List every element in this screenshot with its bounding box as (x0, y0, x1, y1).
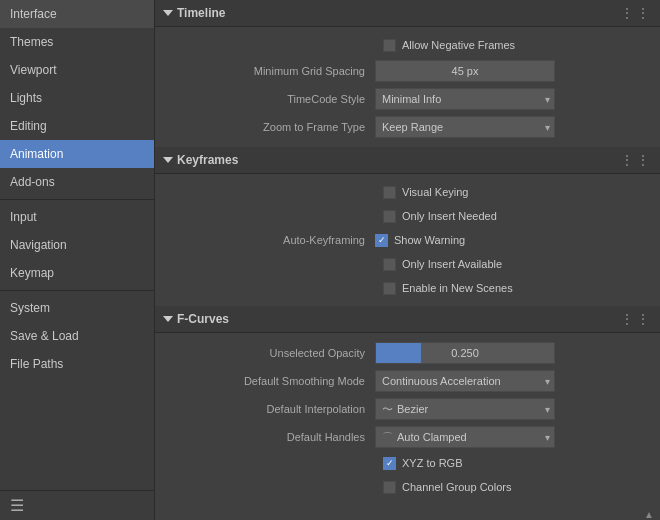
min-grid-spacing-row: Minimum Grid Spacing (155, 57, 660, 85)
keyframes-collapse-icon (163, 157, 173, 163)
main-content: Timeline ⋮⋮ Allow Negative Frames Minimu… (155, 0, 660, 520)
fcurves-section-dots: ⋮⋮ (620, 311, 652, 327)
sidebar-divider-1 (0, 199, 154, 200)
sidebar-item-navigation[interactable]: Navigation (0, 231, 154, 259)
enable-in-new-scenes-row: Enable in New Scenes (155, 276, 660, 300)
sidebar-item-input[interactable]: Input (0, 203, 154, 231)
show-warning-label: Show Warning (394, 234, 465, 246)
zoom-frame-type-label: Zoom to Frame Type (155, 121, 375, 133)
fcurves-section-label: F-Curves (177, 312, 229, 326)
hamburger-icon[interactable]: ☰ (10, 496, 24, 515)
fcurves-section-header[interactable]: F-Curves ⋮⋮ (155, 306, 660, 333)
only-insert-needed-checkbox[interactable] (383, 210, 396, 223)
sidebar-divider-2 (0, 290, 154, 291)
channel-group-colors-label: Channel Group Colors (402, 481, 511, 493)
default-handles-row: Default Handles ⌒ Auto Clamped (155, 423, 660, 451)
show-warning-checkbox[interactable] (375, 234, 388, 247)
keyframes-section-header[interactable]: Keyframes ⋮⋮ (155, 147, 660, 174)
sidebar-item-addons[interactable]: Add-ons (0, 168, 154, 196)
sidebar-item-lights[interactable]: Lights (0, 84, 154, 112)
zoom-frame-type-row: Zoom to Frame Type Keep Range Fit Visibl… (155, 113, 660, 141)
sidebar-item-keymap[interactable]: Keymap (0, 259, 154, 287)
unselected-opacity-label: Unselected Opacity (155, 347, 375, 359)
channel-group-colors-checkbox[interactable] (383, 481, 396, 494)
allow-negative-frames-checkbox[interactable] (383, 39, 396, 52)
scroll-up-arrow[interactable]: ▲ (644, 509, 654, 520)
visual-keying-row: Visual Keying (155, 180, 660, 204)
keyframes-settings: Visual Keying Only Insert Needed Auto-Ke… (155, 174, 660, 306)
fcurves-collapse-icon (163, 316, 173, 322)
sidebar-item-save-load[interactable]: Save & Load (0, 322, 154, 350)
channel-group-colors-row: Channel Group Colors (155, 475, 660, 499)
bezier-icon: 〜 (382, 402, 393, 417)
xyz-to-rgb-label: XYZ to RGB (402, 457, 463, 469)
default-interpolation-label: Default Interpolation (155, 403, 375, 415)
default-handles-label: Default Handles (155, 431, 375, 443)
visual-keying-checkbox[interactable] (383, 186, 396, 199)
sidebar-item-file-paths[interactable]: File Paths (0, 350, 154, 378)
allow-negative-frames-label: Allow Negative Frames (402, 39, 515, 51)
timeline-section-header[interactable]: Timeline ⋮⋮ (155, 0, 660, 27)
keyframes-section-dots: ⋮⋮ (620, 152, 652, 168)
only-insert-available-label: Only Insert Available (402, 258, 502, 270)
timecode-style-wrapper: Minimal Info SMPTE Compact Seconds (375, 88, 555, 110)
zoom-frame-type-wrapper: Keep Range Fit Visible Reset (375, 116, 555, 138)
default-smoothing-label: Default Smoothing Mode (155, 375, 375, 387)
default-handles-wrapper: ⌒ Auto Clamped (375, 426, 555, 448)
timeline-section-dots: ⋮⋮ (620, 5, 652, 21)
unselected-opacity-field[interactable]: 0.250 (375, 342, 555, 364)
zoom-frame-type-select[interactable]: Keep Range Fit Visible Reset (375, 116, 555, 138)
xyz-to-rgb-row: XYZ to RGB (155, 451, 660, 475)
default-smoothing-row: Default Smoothing Mode Continuous Accele… (155, 367, 660, 395)
min-grid-spacing-label: Minimum Grid Spacing (155, 65, 375, 77)
default-interpolation-select[interactable]: 〜 Bezier (375, 398, 555, 420)
sidebar-item-animation[interactable]: Animation (0, 140, 154, 168)
timecode-style-select[interactable]: Minimal Info SMPTE Compact Seconds (375, 88, 555, 110)
fcurves-settings: Unselected Opacity 0.250 Default Smoothi… (155, 333, 660, 505)
only-insert-available-checkbox[interactable] (383, 258, 396, 271)
allow-negative-frames-row: Allow Negative Frames (155, 33, 660, 57)
default-interpolation-row: Default Interpolation 〜 Bezier (155, 395, 660, 423)
sidebar: Interface Themes Viewport Lights Editing… (0, 0, 155, 520)
only-insert-needed-row: Only Insert Needed (155, 204, 660, 228)
sidebar-spacer (0, 378, 154, 490)
default-smoothing-wrapper: Continuous Acceleration None Ease In Eas… (375, 370, 555, 392)
sidebar-item-interface[interactable]: Interface (0, 0, 154, 28)
visual-keying-label: Visual Keying (402, 186, 468, 198)
default-handles-select[interactable]: ⌒ Auto Clamped (375, 426, 555, 448)
handles-icon: ⌒ (382, 430, 393, 445)
show-warning-row: Auto-Keyframing Show Warning (155, 228, 660, 252)
sidebar-item-editing[interactable]: Editing (0, 112, 154, 140)
only-insert-needed-label: Only Insert Needed (402, 210, 497, 222)
sidebar-item-themes[interactable]: Themes (0, 28, 154, 56)
opacity-value: 0.250 (376, 347, 554, 359)
min-grid-spacing-input[interactable] (375, 60, 555, 82)
sidebar-item-system[interactable]: System (0, 294, 154, 322)
xyz-to-rgb-checkbox[interactable] (383, 457, 396, 470)
enable-in-new-scenes-label: Enable in New Scenes (402, 282, 513, 294)
timeline-settings: Allow Negative Frames Minimum Grid Spaci… (155, 27, 660, 147)
timeline-section-label: Timeline (177, 6, 225, 20)
only-insert-available-row: Only Insert Available (155, 252, 660, 276)
default-interpolation-wrapper: 〜 Bezier (375, 398, 555, 420)
timecode-style-label: TimeCode Style (155, 93, 375, 105)
timeline-collapse-icon (163, 10, 173, 16)
default-smoothing-select[interactable]: Continuous Acceleration None Ease In Eas… (375, 370, 555, 392)
enable-in-new-scenes-checkbox[interactable] (383, 282, 396, 295)
auto-keyframing-label: Auto-Keyframing (155, 234, 375, 246)
keyframes-section-label: Keyframes (177, 153, 238, 167)
timecode-style-row: TimeCode Style Minimal Info SMPTE Compac… (155, 85, 660, 113)
sidebar-item-viewport[interactable]: Viewport (0, 56, 154, 84)
unselected-opacity-row: Unselected Opacity 0.250 (155, 339, 660, 367)
